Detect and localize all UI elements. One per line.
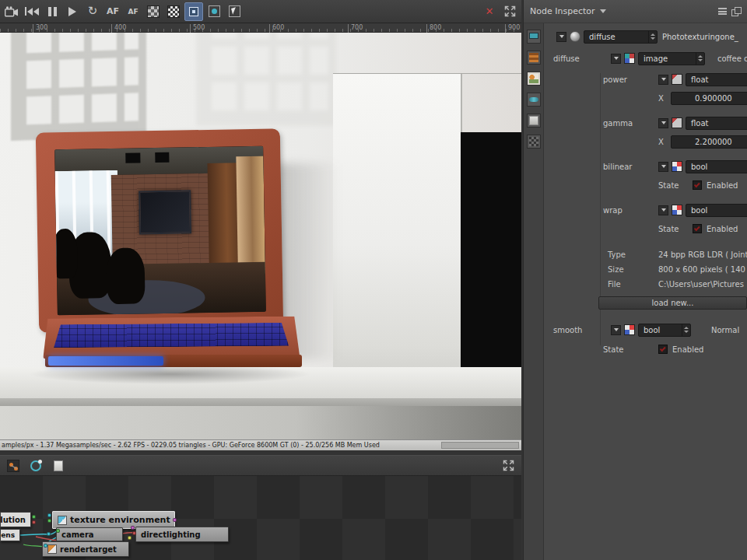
render-region-button[interactable] (205, 2, 223, 21)
spinner-icon[interactable] (682, 324, 690, 336)
info-row-file: File C:\Users\user\Pictures (544, 278, 747, 290)
af-label: AF (107, 6, 119, 16)
node-type-dropdown[interactable]: diffuse (584, 30, 658, 44)
pick-material-button[interactable] (225, 2, 244, 21)
alpha-mode-button[interactable] (164, 2, 183, 21)
gamma-value-field[interactable]: 2.200000 (671, 135, 747, 149)
bool-type-dropdown[interactable]: bool (638, 324, 691, 337)
spinner-icon[interactable] (696, 53, 704, 65)
expander-button[interactable] (611, 325, 621, 335)
dither-mode-button[interactable] (144, 2, 163, 21)
palette-film-icon[interactable] (527, 51, 541, 65)
node-pin[interactable] (47, 513, 51, 517)
palette-checker-icon[interactable] (527, 135, 541, 149)
float-type-dropdown[interactable]: float (686, 73, 747, 86)
autofocus-button[interactable]: AF (103, 2, 122, 21)
cabinet-seam (333, 73, 521, 74)
status-text: amples/px - 1.37 Megasamples/sec - 2.62 … (2, 442, 380, 449)
node-resolution[interactable]: olution (0, 512, 31, 527)
recenter-graph-button[interactable] (26, 457, 45, 475)
node-pin[interactable] (131, 526, 135, 530)
screen-chair (107, 247, 145, 304)
bilinear-checkbox[interactable] (693, 180, 702, 190)
node-pin[interactable] (132, 531, 136, 535)
expand-icon (503, 460, 514, 471)
restart-render-button[interactable]: ↻ (83, 2, 102, 21)
rendertarget-node-icon (47, 544, 57, 554)
bool-type-dropdown[interactable]: bool (686, 160, 747, 173)
close-icon: ✕ (486, 5, 494, 17)
node-pin[interactable] (56, 529, 60, 533)
expander-button[interactable] (658, 205, 668, 215)
info-key: Type (608, 250, 658, 259)
copy-icon[interactable] (731, 7, 741, 16)
chevron-down-icon[interactable] (600, 9, 606, 13)
ruler-tick: 500 (193, 24, 205, 31)
load-new-button[interactable]: load new... (598, 296, 747, 310)
palette-roller-icon[interactable] (527, 93, 541, 107)
power-value-field[interactable]: 0.900000 (671, 92, 747, 105)
palette-display-icon[interactable] (527, 30, 541, 44)
skip-start-button[interactable] (23, 2, 41, 21)
expander-button[interactable] (658, 118, 668, 128)
expand-viewport-button[interactable] (500, 2, 519, 21)
expander-button[interactable] (658, 162, 668, 172)
node-graph[interactable]: olution ens texture environment camera d… (0, 476, 521, 560)
ruler-minor-ticks (0, 29, 521, 32)
autofocus-small-button[interactable]: AF (124, 2, 142, 21)
region-icon (209, 5, 220, 17)
node-directlighting[interactable]: directlighting (135, 527, 229, 542)
info-row-type: Type 24 bpp RGB LDR ( Joint Pho (544, 249, 747, 261)
node-rendertarget[interactable]: rendertarget (42, 541, 129, 557)
stop-button[interactable]: ✕ (480, 2, 499, 21)
node-label: texture environment (70, 515, 170, 525)
axis-label: X (658, 94, 671, 103)
graph-layout-button[interactable] (4, 457, 23, 475)
expander-button[interactable] (658, 75, 668, 85)
smooth-state-row: State Enabled (544, 341, 747, 357)
bilinear-row: bilinear bool (544, 159, 747, 174)
new-graph-button[interactable] (49, 457, 68, 475)
info-value: 800 x 600 pixels ( 140 (658, 265, 745, 274)
screen-chair (54, 229, 78, 278)
expand-graph-button[interactable] (499, 457, 517, 475)
node-pin[interactable] (47, 519, 51, 523)
param-label: diffuse (553, 54, 611, 63)
expander-button[interactable] (556, 32, 566, 42)
display-mode-button[interactable] (184, 2, 203, 21)
expander-button[interactable] (611, 54, 621, 64)
ruler-tick: 700 (351, 24, 363, 31)
render-viewport[interactable] (0, 33, 521, 439)
ruler-tick: 900 (508, 24, 520, 31)
palette-image-icon[interactable] (527, 72, 541, 86)
node-lens[interactable]: ens (0, 529, 20, 541)
bool-type-dropdown[interactable]: bool (686, 204, 747, 217)
gamma-value-row: X 2.200000 (544, 134, 747, 149)
window-light-shadow (11, 33, 146, 141)
smooth-checkbox[interactable] (658, 345, 668, 354)
play-button[interactable] (63, 2, 82, 21)
info-key: File (608, 280, 658, 289)
spinner-icon[interactable] (648, 31, 657, 43)
pause-button[interactable] (43, 2, 61, 21)
bilinear-state-row: State Enabled (544, 177, 747, 193)
node-camera[interactable]: camera (56, 527, 123, 541)
node-pin[interactable] (32, 520, 36, 524)
param-label: smooth (553, 326, 611, 334)
node-pin[interactable] (47, 532, 51, 536)
power-row: power float (544, 72, 747, 87)
camera-icon[interactable] (2, 2, 21, 21)
node-name-text: Phototexturingone_ (662, 33, 738, 41)
image-type-dropdown[interactable]: image (638, 52, 705, 65)
node-pin[interactable] (44, 544, 47, 548)
bool-node-icon (624, 324, 635, 335)
node-pin[interactable] (32, 515, 36, 519)
node-pin[interactable] (128, 536, 132, 540)
list-icon[interactable] (718, 8, 727, 15)
float-type-dropdown[interactable]: float (686, 117, 747, 130)
refresh-icon: ↻ (88, 5, 98, 17)
node-pin[interactable] (173, 518, 177, 522)
node-editor-toolbar (0, 455, 521, 476)
palette-picture-icon[interactable] (527, 114, 541, 128)
wrap-checkbox[interactable] (693, 224, 702, 233)
